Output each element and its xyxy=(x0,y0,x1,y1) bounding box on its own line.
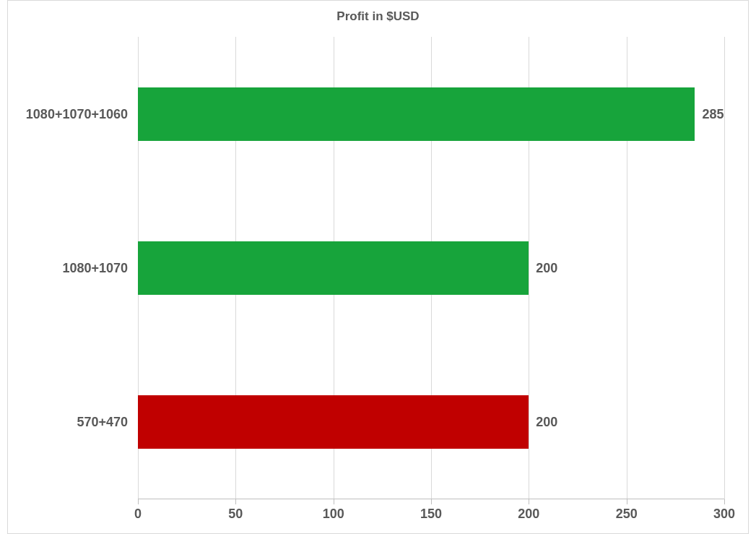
category-label: 570+470 xyxy=(5,415,128,430)
value-label: 200 xyxy=(536,261,557,276)
x-tick xyxy=(724,499,725,504)
chart-container: Profit in $USD 0 50 100 150 200 250 300 … xyxy=(7,0,749,534)
plot-area: 0 50 100 150 200 250 300 570+470 200 108… xyxy=(138,37,724,499)
category-label: 1080+1070 xyxy=(5,261,128,276)
x-tick xyxy=(529,499,529,504)
x-tick-label: 300 xyxy=(713,507,735,522)
bar-row: 1080+1070+1060 285 xyxy=(138,87,695,141)
x-tick xyxy=(627,499,627,504)
bar-fill xyxy=(138,395,529,449)
x-tick-label: 200 xyxy=(518,507,539,522)
x-tick xyxy=(138,499,139,504)
x-tick xyxy=(334,499,334,504)
x-tick-label: 50 xyxy=(228,507,243,522)
x-tick-label: 0 xyxy=(134,507,142,522)
x-tick xyxy=(431,499,432,504)
x-tick-label: 150 xyxy=(420,507,442,522)
value-label: 200 xyxy=(536,415,557,430)
chart-title: Profit in $USD xyxy=(8,1,748,30)
x-tick-label: 250 xyxy=(616,507,638,522)
bar-fill xyxy=(138,87,695,141)
x-tick xyxy=(235,499,236,504)
gridline xyxy=(724,37,725,499)
x-tick-label: 100 xyxy=(323,507,344,522)
category-label: 1080+1070+1060 xyxy=(5,107,128,122)
bar-row: 570+470 200 xyxy=(138,395,529,449)
bar-row: 1080+1070 200 xyxy=(138,241,529,295)
value-label: 285 xyxy=(702,107,724,122)
bar-fill xyxy=(138,241,529,295)
